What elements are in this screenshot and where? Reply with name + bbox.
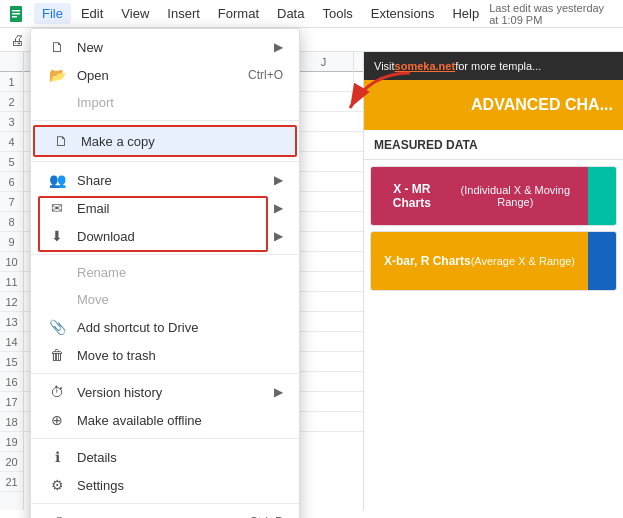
measured-data-label: MEASURED DATA <box>374 138 478 152</box>
row-num-6: 6 <box>0 172 23 192</box>
row-num-20: 20 <box>0 452 23 472</box>
menu-section-5: ⏱ Version history ▶ ⊕ Make available off… <box>31 374 299 439</box>
menu-item-print[interactable]: 🖨 Print Ctrl+P <box>31 508 299 518</box>
new-icon: 🗋 <box>47 39 67 55</box>
menu-tools[interactable]: Tools <box>314 3 360 24</box>
menu-open-label: Open <box>77 68 109 83</box>
email-arrow-icon: ▶ <box>274 201 283 215</box>
menu-version-label: Version history <box>77 385 162 400</box>
menu-trash-label: Move to trash <box>77 348 156 363</box>
menu-item-make-copy[interactable]: 🗋 Make a copy <box>33 125 297 157</box>
someka-link[interactable]: someka.net <box>395 60 456 72</box>
row-num-15: 15 <box>0 352 23 372</box>
details-icon: ℹ <box>47 449 67 465</box>
copy-icon: 🗋 <box>51 133 71 149</box>
row-num-12: 12 <box>0 292 23 312</box>
version-arrow-icon: ▶ <box>274 385 283 399</box>
menu-rename-label: Rename <box>77 265 126 280</box>
chart-cards: X - MR Charts(Individual X & Moving Rang… <box>364 160 623 297</box>
version-icon: ⏱ <box>47 384 67 400</box>
email-icon: ✉ <box>47 200 67 216</box>
row-num-7: 7 <box>0 192 23 212</box>
trash-icon: 🗑 <box>47 347 67 363</box>
menu-item-share[interactable]: 👥 Share ▶ <box>31 166 299 194</box>
menu-print-label: Print <box>77 515 104 519</box>
xmr-card-side <box>588 167 616 225</box>
menu-insert[interactable]: Insert <box>159 3 208 24</box>
menu-download-label: Download <box>77 229 135 244</box>
row-num-11: 11 <box>0 272 23 292</box>
xbar-card-side <box>588 232 616 290</box>
menu-format[interactable]: Format <box>210 3 267 24</box>
banner-suffix: for more templa... <box>455 60 541 72</box>
menu-item-move: Move <box>31 286 299 313</box>
download-arrow-icon: ▶ <box>274 229 283 243</box>
share-icon: 👥 <box>47 172 67 188</box>
banner-text: Visit <box>374 60 395 72</box>
app-logo <box>8 3 26 25</box>
row-num-9: 9 <box>0 232 23 252</box>
row-num-16: 16 <box>0 372 23 392</box>
menu-extensions[interactable]: Extensions <box>363 3 443 24</box>
menu-item-version[interactable]: ⏱ Version history ▶ <box>31 378 299 406</box>
row-num-8: 8 <box>0 212 23 232</box>
file-dropdown-menu: 🗋 New ▶ 📂 Open Ctrl+O Import 🗋 Make a co… <box>30 28 300 518</box>
menu-email-label: Email <box>77 201 110 216</box>
row-num-18: 18 <box>0 412 23 432</box>
row-num-5: 5 <box>0 152 23 172</box>
menu-item-trash[interactable]: 🗑 Move to trash <box>31 341 299 369</box>
settings-icon: ⚙ <box>47 477 67 493</box>
col-header-J: J <box>294 52 354 72</box>
menu-edit[interactable]: Edit <box>73 3 111 24</box>
menu-section-2: 🗋 Make a copy <box>31 121 299 162</box>
menu-help[interactable]: Help <box>444 3 487 24</box>
menu-move-label: Move <box>77 292 109 307</box>
chart-card-xbar[interactable]: X-bar, R Charts(Average X & Range) <box>370 231 617 291</box>
menu-item-new[interactable]: 🗋 New ▶ <box>31 33 299 61</box>
menu-view[interactable]: View <box>113 3 157 24</box>
menu-item-settings[interactable]: ⚙ Settings <box>31 471 299 499</box>
right-panel: Visit someka.net for more templa... ADVA… <box>363 52 623 510</box>
svg-rect-2 <box>12 13 20 15</box>
menu-section-3: 👥 Share ▶ ✉ Email ▶ ⬇ Download ▶ <box>31 162 299 255</box>
menu-section-6: ℹ Details ⚙ Settings <box>31 439 299 504</box>
share-arrow-icon: ▶ <box>274 173 283 187</box>
row-num-17: 17 <box>0 392 23 412</box>
menu-settings-label: Settings <box>77 478 124 493</box>
menu-section-7: 🖨 Print Ctrl+P <box>31 504 299 518</box>
cell[interactable] <box>294 72 354 92</box>
row-numbers: 1 2 3 4 5 6 7 8 9 10 11 12 13 14 15 16 1… <box>0 52 24 510</box>
menu-shortcut-label: Add shortcut to Drive <box>77 320 198 335</box>
menu-data[interactable]: Data <box>269 3 312 24</box>
download-icon: ⬇ <box>47 228 67 244</box>
menu-item-download[interactable]: ⬇ Download ▶ <box>31 222 299 250</box>
row-num-1: 1 <box>0 72 23 92</box>
row-num-14: 14 <box>0 332 23 352</box>
menu-offline-label: Make available offline <box>77 413 202 428</box>
menu-item-add-shortcut[interactable]: 📎 Add shortcut to Drive <box>31 313 299 341</box>
svg-rect-3 <box>12 16 17 18</box>
menu-copy-label: Make a copy <box>81 134 155 149</box>
menu-item-email[interactable]: ✉ Email ▶ <box>31 194 299 222</box>
row-num-2: 2 <box>0 92 23 112</box>
open-icon: 📂 <box>47 67 67 83</box>
offline-icon: ⊕ <box>47 412 67 428</box>
shortcut-icon: 📎 <box>47 319 67 335</box>
menu-file[interactable]: File <box>34 3 71 24</box>
menu-share-label: Share <box>77 173 112 188</box>
chart-card-xmr[interactable]: X - MR Charts(Individual X & Moving Rang… <box>370 166 617 226</box>
new-arrow-icon: ▶ <box>274 40 283 54</box>
menu-item-details[interactable]: ℹ Details <box>31 443 299 471</box>
menu-item-offline[interactable]: ⊕ Make available offline <box>31 406 299 434</box>
print-icon: 🖨 <box>47 514 67 518</box>
print-btn[interactable]: 🖨 <box>4 27 30 53</box>
measured-data-bar: MEASURED DATA <box>364 130 623 160</box>
last-edit-label: Last edit was yesterday at 1:09 PM <box>489 2 615 26</box>
menu-bar: File Edit View Insert Format Data Tools … <box>0 0 623 28</box>
menu-item-open[interactable]: 📂 Open Ctrl+O <box>31 61 299 89</box>
menu-section-1: 🗋 New ▶ 📂 Open Ctrl+O Import <box>31 29 299 121</box>
row-num-3: 3 <box>0 112 23 132</box>
row-header-top <box>0 52 23 72</box>
chart-title: ADVANCED CHA... <box>471 96 613 114</box>
row-num-21: 21 <box>0 472 23 492</box>
